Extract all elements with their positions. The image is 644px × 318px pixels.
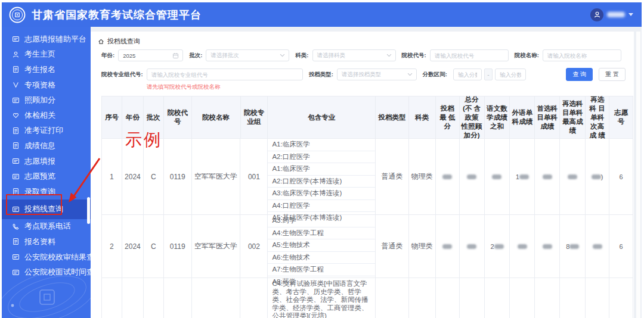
year-date-input[interactable]: [118, 49, 183, 61]
badge-icon: [12, 127, 20, 135]
score-cell: [436, 139, 460, 214]
major-item: A2:口腔医学(本博连读): [268, 176, 375, 188]
redacted-value: [519, 174, 529, 179]
table-cell: [122, 278, 144, 318]
sidebar-item-label: 考点联系电话: [24, 221, 71, 232]
score-cell: [485, 278, 510, 318]
filter-label: 院校名称:: [515, 52, 539, 60]
table-cell: [192, 278, 241, 318]
reset-button[interactable]: 重 置: [599, 68, 626, 81]
major-item: A4:口腔医学: [268, 200, 375, 213]
score-cell: [560, 139, 586, 214]
score-cell: [510, 278, 535, 318]
table-header-cell: 科类: [409, 96, 436, 138]
sidebar-item-label: 公安院校政审结果查询: [24, 252, 91, 263]
filter-select[interactable]: 请选择批次: [206, 49, 289, 61]
breadcrumb-label: 投档线查询: [107, 37, 140, 46]
filter-select[interactable]: 请选择科类: [312, 49, 396, 61]
score-cell: [586, 215, 609, 278]
chevron-down-icon[interactable]: [628, 13, 633, 16]
results-table: 序号年份批次院校代号院校名称院校专 业组包含专业投档类型科类投档最 低分总分(不…: [101, 96, 633, 318]
file-type-cell: [376, 278, 409, 318]
filter-buttons: 查 询 重 置: [566, 68, 626, 81]
score-cell: [510, 215, 535, 278]
table-header-cell: 投档类型: [376, 96, 409, 138]
sidebar-scrollbar[interactable]: [87, 197, 90, 224]
score-cell: [560, 278, 586, 318]
sidebar-item[interactable]: 专项资格: [2, 77, 91, 93]
interview-icon: [12, 269, 20, 276]
table-cell: 空军军医大学: [192, 215, 241, 278]
fill-icon: [12, 157, 20, 165]
redacted-value: [492, 174, 501, 179]
sidebar-item-label: 志愿预览: [24, 171, 55, 182]
sidebar-item[interactable]: 准考证打印: [2, 123, 91, 139]
score-max-input[interactable]: [495, 68, 526, 80]
sidebar-item[interactable]: 公安院校面试时间查询: [2, 264, 91, 280]
sidebar-item-label: 准考证打印: [24, 125, 63, 136]
majors-cell: A3:药学A4:生物医学工程A5:生物技术A6:生物技术A7:生物医学工程A8:…: [268, 215, 376, 278]
file-type-cell: 普通类: [376, 215, 409, 278]
app-title: 甘肃省国家教育考试综合管理平台: [32, 8, 202, 22]
score-min-input[interactable]: [453, 68, 482, 80]
major-item: A6:生物技术: [268, 252, 375, 264]
table-cell: [164, 278, 192, 318]
sidebar-item[interactable]: 体检相关: [2, 108, 91, 123]
filter-group: 年份:: [101, 49, 183, 61]
table-cell: 0119: [164, 215, 192, 278]
filter-label: 投档类型:: [309, 71, 333, 79]
sidebar-item[interactable]: 成绩信息: [2, 138, 91, 154]
form-hint: 请先填写院校代号或院校名称: [147, 83, 626, 91]
filter-panel: 年份:批次:请选择批次科类:请选择科类院校代号:院校名称: 院校专业组代号: 投…: [91, 46, 634, 91]
table-header-cell: 投档最 低分: [436, 96, 460, 138]
sidebar-item[interactable]: 照顾加分: [2, 92, 91, 108]
filter-label: 分数区间:: [423, 71, 447, 79]
file-type-select[interactable]: 请选择投档类型: [337, 68, 417, 80]
filter-input[interactable]: [430, 49, 509, 61]
major-item: A3:临床医学(本博连读): [268, 188, 375, 200]
major-item: A7:生物医学工程: [268, 264, 375, 276]
filter-score-range: 分数区间: -: [423, 68, 526, 80]
filter-label: 年份:: [101, 52, 114, 60]
table-header-cell: 总分(不 含政策 性照顾 加分): [460, 96, 485, 138]
sidebar-item-label: 考生报名: [24, 64, 55, 75]
sidebar-item[interactable]: 志愿填报: [2, 154, 91, 169]
filter-group: 科类:请选择科类: [295, 49, 395, 61]
sidebar-item[interactable]: 考生报名: [2, 62, 91, 77]
group-code-input[interactable]: [147, 68, 303, 80]
sidebar-item[interactable]: 报名资料: [2, 234, 91, 250]
sidebar-item[interactable]: 考点联系电话: [2, 219, 91, 235]
sidebar-item[interactable]: 志愿填报辅助平台: [2, 32, 91, 47]
score-cell: 2: [485, 215, 510, 278]
score-cell: [586, 278, 609, 318]
table-row: C4:文科试验班类[中国语言文学类、考古学、历史学类、哲学类、社会学类、法学、新…: [102, 278, 633, 318]
redacted-value: [543, 244, 552, 249]
sidebar-item-label: 志愿填报: [24, 156, 55, 167]
sidebar-item[interactable]: 公安院校政审结果查询: [2, 250, 91, 265]
table-cell: 001: [240, 139, 268, 214]
user-menu[interactable]: [590, 8, 633, 21]
table-header-row: 序号年份批次院校代号院校名称院校专 业组包含专业投档类型科类投档最 低分总分(不…: [102, 96, 633, 139]
score-cell: 6: [609, 215, 633, 278]
score-cell: [535, 215, 560, 278]
filter-label: 科类:: [295, 52, 308, 60]
search-button[interactable]: 查 询: [566, 68, 593, 81]
table-cell: C: [144, 215, 164, 278]
score-cell: [436, 215, 460, 278]
sidebar-item-label: 体检相关: [24, 110, 55, 121]
filter-group: 批次:请选择批次: [189, 49, 289, 61]
table-header-cell: 外语单 科成绩: [510, 96, 535, 138]
major-item: A1:临床医学: [268, 163, 375, 176]
majors-cell: C4:文科试验班类[中国语言文学类、考古学、历史学类、哲学类、社会学类、法学、新…: [268, 278, 376, 318]
panel-icon: [12, 35, 20, 43]
sidebar-item[interactable]: 志愿预览: [2, 169, 91, 184]
user-avatar-icon[interactable]: [590, 8, 603, 21]
sidebar-item-label: 报名资料: [24, 236, 55, 247]
score-cell: [485, 139, 510, 214]
breadcrumb: 投档线查询: [91, 32, 634, 46]
main-scrollbar[interactable]: [636, 32, 640, 318]
table-cell: [240, 278, 268, 318]
filter-input[interactable]: [543, 49, 621, 61]
filter-label: 院校代号:: [402, 52, 426, 60]
sidebar-item[interactable]: 考生主页: [2, 47, 91, 63]
